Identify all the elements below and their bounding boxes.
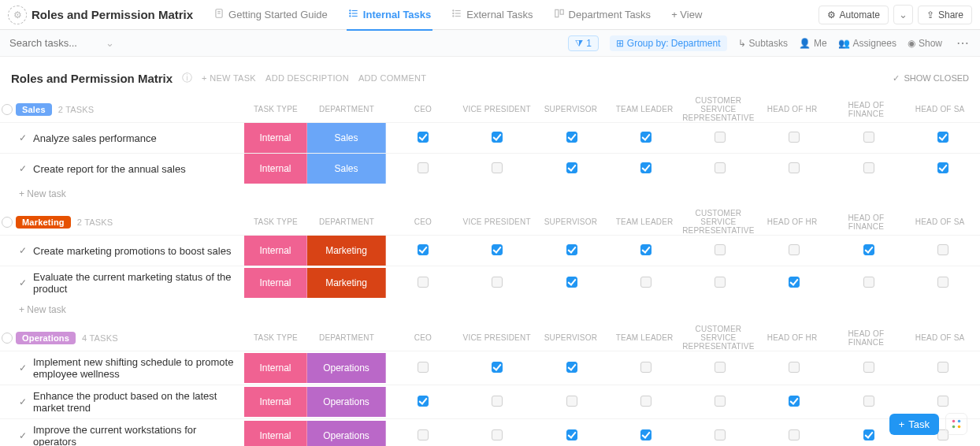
role-checkbox[interactable] xyxy=(789,162,800,173)
table-row[interactable]: ✓ Create marketing promotions to boost s… xyxy=(0,235,980,266)
role-checkbox[interactable] xyxy=(789,277,800,288)
automate-button[interactable]: ⚙ Automate xyxy=(819,6,889,24)
department-tag[interactable]: Operations xyxy=(307,421,386,446)
table-row[interactable]: ✓ Analyze sales performanceInternalSales xyxy=(0,122,980,153)
department-tag[interactable]: Sales xyxy=(307,154,386,184)
department-tag[interactable]: Marketing xyxy=(307,268,386,298)
info-icon[interactable]: ⓘ xyxy=(182,71,192,85)
role-checkbox[interactable] xyxy=(492,396,503,407)
table-row[interactable]: ✓ Create report for the annual salesInte… xyxy=(0,153,980,184)
role-checkbox[interactable] xyxy=(863,244,874,255)
role-checkbox[interactable] xyxy=(492,277,503,288)
role-checkbox[interactable] xyxy=(937,162,948,173)
role-checkbox[interactable] xyxy=(566,244,577,255)
group-pill[interactable]: Marketing xyxy=(16,216,71,229)
role-checkbox[interactable] xyxy=(863,362,874,373)
share-button[interactable]: ⇪ Share xyxy=(918,6,972,24)
tab-department-tasks[interactable]: Department Tasks xyxy=(546,0,659,30)
apps-button[interactable] xyxy=(945,413,967,435)
role-checkbox[interactable] xyxy=(492,362,503,373)
table-row[interactable]: ✓ Improve the current workstations for o… xyxy=(0,418,980,446)
status-check-icon[interactable]: ✓ xyxy=(19,163,27,174)
status-check-icon[interactable]: ✓ xyxy=(19,277,27,288)
new-task-row[interactable]: + New task xyxy=(0,184,980,204)
assignees-pill[interactable]: 👥 Assignees xyxy=(838,38,896,49)
show-pill[interactable]: ◉ Show xyxy=(908,38,942,49)
role-checkbox[interactable] xyxy=(715,429,726,440)
chevron-down-icon[interactable]: ⌄ xyxy=(106,37,114,49)
role-checkbox[interactable] xyxy=(863,132,874,143)
role-checkbox[interactable] xyxy=(937,396,948,407)
role-checkbox[interactable] xyxy=(937,244,948,255)
group-toggle[interactable] xyxy=(2,217,13,228)
role-checkbox[interactable] xyxy=(418,362,429,373)
new-task-row[interactable]: + New task xyxy=(0,299,980,320)
role-checkbox[interactable] xyxy=(566,362,577,373)
status-check-icon[interactable]: ✓ xyxy=(19,430,27,441)
table-row[interactable]: ✓ Evaluate the current marketing status … xyxy=(0,266,980,299)
subtasks-pill[interactable]: ↳ Subtasks xyxy=(738,38,788,49)
role-checkbox[interactable] xyxy=(418,162,429,173)
role-checkbox[interactable] xyxy=(566,429,577,440)
role-checkbox[interactable] xyxy=(789,362,800,373)
role-checkbox[interactable] xyxy=(863,162,874,173)
add-description-action[interactable]: ADD DESCRIPTION xyxy=(265,73,349,83)
role-checkbox[interactable] xyxy=(492,429,503,440)
role-checkbox[interactable] xyxy=(418,429,429,440)
role-checkbox[interactable] xyxy=(937,277,948,288)
role-checkbox[interactable] xyxy=(566,162,577,173)
add-comment-action[interactable]: ADD COMMENT xyxy=(358,73,426,83)
role-checkbox[interactable] xyxy=(640,244,651,255)
table-row[interactable]: ✓ Implement new shifting schedule to pro… xyxy=(0,351,980,385)
group-pill[interactable]: Operations xyxy=(16,332,76,344)
role-checkbox[interactable] xyxy=(418,132,429,143)
role-checkbox[interactable] xyxy=(789,429,800,440)
role-checkbox[interactable] xyxy=(492,132,503,143)
role-checkbox[interactable] xyxy=(566,396,577,407)
role-checkbox[interactable] xyxy=(715,362,726,373)
add-view[interactable]: + View xyxy=(663,0,710,30)
status-check-icon[interactable]: ✓ xyxy=(19,132,27,143)
role-checkbox[interactable] xyxy=(937,132,948,143)
role-checkbox[interactable] xyxy=(418,396,429,407)
role-checkbox[interactable] xyxy=(640,132,651,143)
table-row[interactable]: ✓ Enhance the product based on the lates… xyxy=(0,385,980,418)
automate-chevron[interactable]: ⌄ xyxy=(893,5,913,24)
role-checkbox[interactable] xyxy=(640,429,651,440)
role-checkbox[interactable] xyxy=(492,162,503,173)
more-menu[interactable]: ⋯ xyxy=(953,35,972,50)
show-closed-toggle[interactable]: ✓ SHOW CLOSED xyxy=(893,73,969,84)
status-check-icon[interactable]: ✓ xyxy=(19,362,27,374)
role-checkbox[interactable] xyxy=(863,396,874,407)
role-checkbox[interactable] xyxy=(789,132,800,143)
role-checkbox[interactable] xyxy=(418,244,429,255)
task-type-tag[interactable]: Internal xyxy=(244,236,307,266)
new-task-action[interactable]: + NEW TASK xyxy=(202,73,256,83)
department-tag[interactable]: Sales xyxy=(307,123,386,153)
group-by-pill[interactable]: ⊞ Group by: Department xyxy=(610,35,727,51)
status-check-icon[interactable]: ✓ xyxy=(19,245,27,256)
role-checkbox[interactable] xyxy=(492,244,503,255)
group-toggle[interactable] xyxy=(2,104,13,115)
group-toggle[interactable] xyxy=(2,333,13,344)
role-checkbox[interactable] xyxy=(640,396,651,407)
role-checkbox[interactable] xyxy=(789,396,800,407)
department-tag[interactable]: Operations xyxy=(307,353,386,383)
task-type-tag[interactable]: Internal xyxy=(244,387,307,417)
department-tag[interactable]: Operations xyxy=(307,387,386,417)
task-type-tag[interactable]: Internal xyxy=(244,268,307,298)
role-checkbox[interactable] xyxy=(566,132,577,143)
task-type-tag[interactable]: Internal xyxy=(244,421,307,446)
department-tag[interactable]: Marketing xyxy=(307,236,386,266)
role-checkbox[interactable] xyxy=(715,162,726,173)
group-pill[interactable]: Sales xyxy=(16,103,52,116)
role-checkbox[interactable] xyxy=(715,132,726,143)
tab-getting-started[interactable]: Getting Started Guide xyxy=(206,0,336,30)
me-pill[interactable]: 👤 Me xyxy=(799,38,827,49)
task-type-tag[interactable]: Internal xyxy=(244,353,307,383)
role-checkbox[interactable] xyxy=(566,277,577,288)
role-checkbox[interactable] xyxy=(863,429,874,440)
role-checkbox[interactable] xyxy=(640,277,651,288)
role-checkbox[interactable] xyxy=(418,277,429,288)
role-checkbox[interactable] xyxy=(640,362,651,373)
